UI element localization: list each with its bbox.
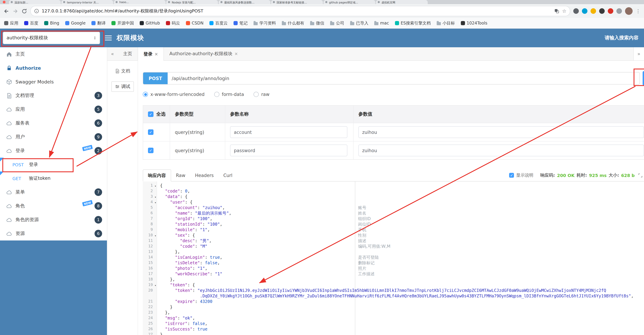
radio-icon[interactable] bbox=[214, 92, 220, 97]
bookmark-item[interactable]: 已导入 bbox=[350, 20, 368, 26]
bookmark-item[interactable]: 百度云 bbox=[210, 20, 228, 26]
response-tab[interactable]: 响应内容 bbox=[143, 170, 171, 182]
sidebar-item-role[interactable]: 角色 NEW 8 bbox=[0, 199, 107, 213]
sidebar-item-role-resource[interactable]: 角色的资源 1 bbox=[0, 213, 107, 227]
sidebar-subitem-get-verify-token[interactable]: GET 验证token bbox=[0, 172, 107, 185]
tab-debug[interactable]: 调试 bbox=[111, 82, 134, 92]
sidebar-item-doc-manage[interactable]: 文档管理 3 bbox=[0, 89, 107, 102]
body-type-radio[interactable]: raw bbox=[254, 92, 270, 97]
sidebar-item-menu[interactable]: 菜单 7 bbox=[0, 185, 107, 199]
sidebar-item-authorize[interactable]: Authorize bbox=[0, 61, 107, 75]
sidebar-item-login[interactable]: 登录 NEW 2 bbox=[0, 144, 107, 158]
extension-icon[interactable] bbox=[616, 8, 622, 14]
bookmark-label: 什么都有 bbox=[288, 20, 304, 26]
bookmark-item[interactable]: 什么都有 bbox=[282, 20, 304, 26]
sidebar-item-service-table[interactable]: 服务表 6 bbox=[0, 116, 107, 130]
module-select[interactable]: authority-权限模块 bbox=[3, 32, 100, 44]
content-tab[interactable]: Authorize-authority-权限模块 × bbox=[164, 47, 243, 60]
extension-icon[interactable] bbox=[590, 8, 596, 14]
bookmark-item[interactable]: ES搜索引擎文档 bbox=[395, 20, 431, 26]
http-method-badge: POST bbox=[143, 72, 168, 84]
request-url-input[interactable]: /api/authority/anno/login bbox=[168, 76, 234, 81]
response-body-editor[interactable]: 1▾{2 "code": 0,3▾ "data": {4▾ "user": {5… bbox=[143, 182, 644, 335]
bookmark-item[interactable]: 学习资料 bbox=[254, 20, 276, 26]
close-tab-icon[interactable]: × bbox=[234, 52, 238, 56]
profile-avatar[interactable] bbox=[625, 7, 632, 15]
url-text[interactable]: 127.0.0.1:8760/api/gate/doc.html#/author… bbox=[42, 8, 552, 14]
browser-tab[interactable]: 国家标准参考文献链接... bbox=[271, 0, 323, 4]
response-tab[interactable]: Raw bbox=[171, 170, 190, 181]
params-header-row: 全选 参数类型 参数名称 参数值 bbox=[143, 106, 644, 123]
bookmark-item[interactable]: Google bbox=[65, 21, 86, 26]
bookmark-star-icon[interactable]: ☆ bbox=[562, 9, 566, 14]
bookmark-item[interactable]: CSDN bbox=[186, 21, 203, 26]
url-bar[interactable]: 127.0.0.1:8760/api/gate/doc.html#/author… bbox=[30, 6, 570, 16]
browser-tab[interactable]: github pages绑定域... bbox=[324, 0, 375, 4]
bookmark-item[interactable]: Bing bbox=[44, 21, 59, 26]
browser-tab[interactable]: 虚拟机官网 bbox=[376, 0, 428, 4]
body-type-radio[interactable]: form-data bbox=[214, 92, 244, 97]
browser-tab[interactable]: 温故知新... bbox=[9, 0, 61, 4]
bookmark-item[interactable]: 小目标 bbox=[437, 20, 455, 26]
line-number: 23 bbox=[143, 310, 156, 315]
sidebar-item-app[interactable]: 应用 5 bbox=[0, 102, 107, 116]
tab-scroll-right-icon[interactable]: » bbox=[633, 47, 644, 60]
bookmark-item[interactable]: 应用 bbox=[4, 20, 18, 26]
response-tab[interactable]: Headers bbox=[190, 170, 218, 181]
radio-icon[interactable] bbox=[254, 92, 259, 97]
back-icon[interactable] bbox=[4, 8, 9, 14]
select-all-checkbox[interactable] bbox=[148, 112, 154, 117]
close-window-icon[interactable] bbox=[3, 1, 6, 4]
radio-icon[interactable] bbox=[143, 92, 148, 97]
sidebar-item-home[interactable]: 主页 bbox=[0, 47, 107, 61]
extension-icon[interactable] bbox=[608, 8, 613, 14]
browser-tab[interactable]: temporary-Interior 关... bbox=[62, 0, 113, 4]
bookmark-item[interactable]: 1024Tools bbox=[461, 21, 488, 26]
sidebar-item-resource[interactable]: 资源 6 bbox=[0, 227, 107, 240]
forward-icon[interactable] bbox=[12, 8, 18, 14]
sidebar-item-swagger-models[interactable]: Swagger Models bbox=[0, 75, 107, 89]
send-button[interactable]: 发送 bbox=[642, 71, 644, 86]
close-tab-icon[interactable]: × bbox=[154, 52, 158, 56]
bookmark-item[interactable]: 微信 bbox=[310, 20, 324, 26]
param-name-input[interactable] bbox=[230, 144, 347, 156]
bookmark-item[interactable]: 公司 bbox=[330, 20, 344, 26]
show-desc-checkbox[interactable] bbox=[509, 173, 514, 178]
bookmark-item[interactable]: 笔记 bbox=[234, 20, 248, 26]
row-checkbox[interactable] bbox=[148, 148, 154, 153]
count-badge: 6 bbox=[94, 119, 102, 127]
hamburger-menu-icon[interactable] bbox=[105, 34, 112, 42]
param-value-input[interactable] bbox=[358, 126, 644, 138]
response-tab[interactable]: Curl bbox=[218, 170, 237, 181]
info-icon[interactable] bbox=[34, 9, 39, 14]
content-tab[interactable]: 主页 bbox=[118, 47, 138, 60]
bookmark-item[interactable]: mac bbox=[374, 21, 389, 26]
body-type-radio[interactable]: x-www-form-urlencoded bbox=[143, 92, 204, 97]
bookmark-item[interactable]: 码云 bbox=[166, 20, 180, 26]
translate-icon[interactable] bbox=[554, 9, 559, 14]
sidebar-subitem-post-login[interactable]: POST 登录 bbox=[0, 158, 107, 172]
extension-icon[interactable] bbox=[573, 8, 579, 14]
browser-tab[interactable]: 最炫民族风参数连接数... bbox=[219, 0, 270, 4]
extension-icon[interactable] bbox=[582, 8, 588, 14]
tab-scroll-left-icon[interactable]: « bbox=[107, 47, 118, 60]
param-name-input[interactable] bbox=[230, 126, 347, 138]
browser-tab[interactable]: Nodejs 安装与配... bbox=[166, 0, 218, 4]
fullscreen-icon[interactable] bbox=[638, 173, 642, 178]
browser-menu-icon[interactable]: ⋮ bbox=[636, 9, 640, 14]
param-value-input[interactable] bbox=[358, 144, 644, 156]
sidebar-item-user[interactable]: 用户 9 bbox=[0, 130, 107, 144]
new-ribbon: NEW bbox=[82, 200, 93, 206]
extension-icon[interactable] bbox=[599, 8, 605, 14]
bookmark-item[interactable]: GitHub bbox=[140, 21, 160, 26]
content-tab[interactable]: 登录 × bbox=[138, 47, 164, 61]
bookmark-item[interactable]: 翻译 bbox=[92, 20, 106, 26]
code-line: 9 "mobile": "1",手机 bbox=[143, 227, 644, 232]
browser-tab[interactable]: haoo... bbox=[114, 0, 166, 4]
bookmark-item[interactable]: 百度 bbox=[24, 20, 38, 26]
bookmark-item[interactable]: 开源中国 bbox=[112, 20, 134, 26]
tab-document[interactable]: 文档 bbox=[111, 66, 134, 76]
reload-icon[interactable] bbox=[22, 8, 27, 14]
search-input[interactable]: 请输入搜索内容 bbox=[605, 35, 638, 41]
row-checkbox[interactable] bbox=[148, 130, 154, 135]
